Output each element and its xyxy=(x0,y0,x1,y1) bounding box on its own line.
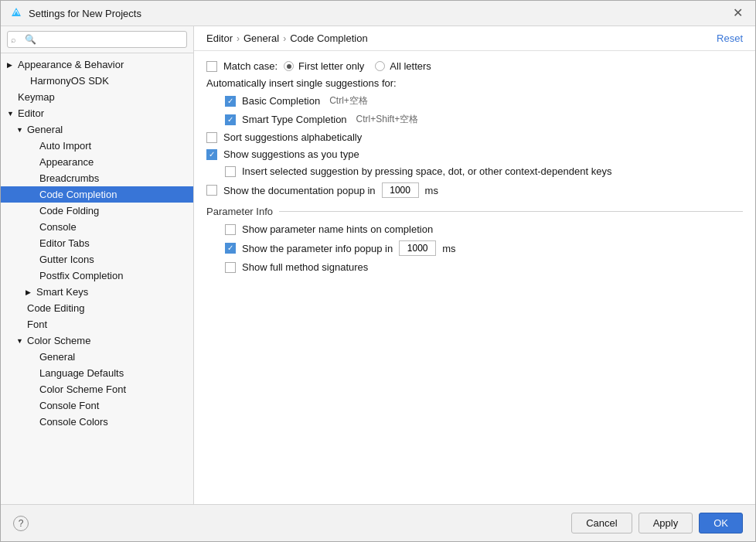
show-param-popup-checkbox[interactable] xyxy=(225,243,236,254)
basic-completion-row: Basic Completion Ctrl+空格 xyxy=(225,94,743,107)
doc-popup-ms-label: ms xyxy=(425,185,438,196)
breadcrumb-sep-1: › xyxy=(237,33,240,44)
settings-dialog: Settings for New Projects ✕ ⌕ ▶ Appearan… xyxy=(0,0,756,542)
param-popup-ms-input[interactable] xyxy=(399,240,436,256)
show-full-sig-label: Show full method signatures xyxy=(242,261,368,273)
param-info-section: Parameter Info xyxy=(206,206,743,217)
show-param-hints-checkbox[interactable] xyxy=(225,224,236,235)
all-letters-radio[interactable] xyxy=(375,61,385,71)
ok-button[interactable]: OK xyxy=(699,513,743,533)
reset-link[interactable]: Reset xyxy=(717,32,743,44)
show-full-sig-checkbox[interactable] xyxy=(225,262,236,273)
arrow-icon: ▼ xyxy=(16,126,24,134)
sidebar-item-color-scheme-font[interactable]: Color Scheme Font xyxy=(1,381,193,397)
arrow-icon: ▶ xyxy=(7,61,15,69)
first-letter-radio[interactable] xyxy=(284,61,294,71)
param-info-label: Parameter Info xyxy=(206,206,273,217)
insert-suggestion-row: Insert selected suggestion by pressing s… xyxy=(225,165,743,177)
show-param-popup-label: Show the parameter info popup in xyxy=(242,243,393,254)
search-bar: ⌕ xyxy=(1,26,193,53)
basic-completion-checkbox[interactable] xyxy=(225,96,236,107)
first-letter-label: First letter only xyxy=(298,60,364,72)
show-doc-popup-checkbox[interactable] xyxy=(206,185,217,196)
sidebar-item-code-editing[interactable]: Code Editing xyxy=(1,300,193,316)
panel-content: Match case: First letter only All letter… xyxy=(194,51,755,504)
show-suggestions-checkbox[interactable] xyxy=(206,149,217,160)
basic-completion-label: Basic Completion xyxy=(242,95,320,107)
close-button[interactable]: ✕ xyxy=(730,5,746,21)
show-doc-popup-label: Show the documentation popup in xyxy=(223,185,376,196)
footer: ? Cancel Apply OK xyxy=(1,504,755,541)
sidebar-item-console-font[interactable]: Console Font xyxy=(1,397,193,414)
right-panel: Editor › General › Code Completion Reset… xyxy=(194,26,755,504)
smart-type-checkbox[interactable] xyxy=(225,114,236,125)
sidebar-item-code-completion[interactable]: Code Completion xyxy=(1,186,193,203)
smart-type-shortcut: Ctrl+Shift+空格 xyxy=(356,113,419,126)
breadcrumb: Editor › General › Code Completion xyxy=(206,32,368,44)
sidebar-item-console-colors[interactable]: Console Colors xyxy=(1,414,193,430)
sidebar-item-language-defaults[interactable]: Language Defaults xyxy=(1,365,193,381)
sidebar-item-general[interactable]: ▼ General xyxy=(1,121,193,138)
sidebar-item-editor-tabs[interactable]: Editor Tabs xyxy=(1,235,193,251)
main-content: ⌕ ▶ Appearance & Behavior HarmonyOS SDK xyxy=(1,26,755,504)
arrow-icon: ▶ xyxy=(26,288,33,296)
sidebar-item-font[interactable]: Font xyxy=(1,316,193,332)
sidebar-item-gutter-icons[interactable]: Gutter Icons xyxy=(1,251,193,268)
app-logo-icon xyxy=(10,7,22,19)
breadcrumb-bar: Editor › General › Code Completion Reset xyxy=(194,26,755,51)
sidebar-item-auto-import[interactable]: Auto Import xyxy=(1,138,193,154)
match-case-checkbox[interactable] xyxy=(206,61,217,72)
sidebar-item-harmonios-sdk[interactable]: HarmonyOS SDK xyxy=(1,73,193,89)
sidebar: ⌕ ▶ Appearance & Behavior HarmonyOS SDK xyxy=(1,26,194,504)
cancel-button[interactable]: Cancel xyxy=(571,513,632,533)
sort-alpha-label: Sort suggestions alphabetically xyxy=(223,131,362,143)
arrow-icon: ▼ xyxy=(16,337,24,345)
insert-suggestion-checkbox[interactable] xyxy=(225,166,236,177)
section-divider-line xyxy=(279,211,743,212)
title-bar-left: Settings for New Projects xyxy=(10,7,141,19)
sidebar-item-editor[interactable]: ▼ Editor xyxy=(1,105,193,121)
radio-group-match: First letter only All letters xyxy=(284,60,431,72)
sort-alpha-row: Sort suggestions alphabetically xyxy=(206,131,743,143)
match-case-label: Match case: xyxy=(223,60,278,72)
window-title: Settings for New Projects xyxy=(29,8,141,19)
breadcrumb-sep-2: › xyxy=(283,33,286,44)
sidebar-item-smart-keys[interactable]: ▶ Smart Keys xyxy=(1,284,193,300)
show-full-sig-row: Show full method signatures xyxy=(225,261,743,273)
param-popup-ms-label: ms xyxy=(442,243,455,254)
sidebar-item-color-scheme[interactable]: ▼ Color Scheme xyxy=(1,332,193,349)
basic-completion-shortcut: Ctrl+空格 xyxy=(329,94,368,107)
match-case-row: Match case: First letter only All letter… xyxy=(206,60,743,72)
sidebar-item-console[interactable]: Console xyxy=(1,219,193,235)
all-letters-label: All letters xyxy=(390,60,431,72)
arrow-icon: ▼ xyxy=(7,110,15,118)
sidebar-item-appearance-behavior[interactable]: ▶ Appearance & Behavior xyxy=(1,56,193,73)
search-input[interactable] xyxy=(7,31,187,48)
sidebar-item-general-cs[interactable]: General xyxy=(1,349,193,365)
show-suggestions-label: Show suggestions as you type xyxy=(223,148,359,160)
search-icon: ⌕ xyxy=(11,35,16,44)
breadcrumb-editor: Editor xyxy=(206,32,233,44)
show-param-popup-row: Show the parameter info popup in ms xyxy=(225,240,743,256)
sort-alpha-checkbox[interactable] xyxy=(206,132,217,143)
sidebar-item-keymap[interactable]: Keymap xyxy=(1,89,193,105)
footer-buttons: Cancel Apply OK xyxy=(571,513,743,533)
sidebar-item-breadcrumbs[interactable]: Breadcrumbs xyxy=(1,170,193,186)
smart-type-label: Smart Type Completion xyxy=(242,114,347,125)
doc-popup-ms-input[interactable] xyxy=(382,182,419,198)
show-param-hints-label: Show parameter name hints on completion xyxy=(242,223,433,235)
nav-tree: ▶ Appearance & Behavior HarmonyOS SDK Ke… xyxy=(1,53,193,504)
sidebar-item-code-folding[interactable]: Code Folding xyxy=(1,203,193,219)
breadcrumb-general: General xyxy=(243,32,279,44)
show-doc-popup-row: Show the documentation popup in ms xyxy=(206,182,743,198)
smart-type-row: Smart Type Completion Ctrl+Shift+空格 xyxy=(225,113,743,126)
breadcrumb-code-completion: Code Completion xyxy=(290,32,367,44)
title-bar: Settings for New Projects ✕ xyxy=(1,1,755,26)
sidebar-item-postfix-completion[interactable]: Postfix Completion xyxy=(1,268,193,284)
apply-button[interactable]: Apply xyxy=(639,513,693,533)
help-button[interactable]: ? xyxy=(13,516,29,531)
show-suggestions-row: Show suggestions as you type xyxy=(206,148,743,160)
show-param-hints-row: Show parameter name hints on completion xyxy=(225,223,743,235)
search-wrapper: ⌕ xyxy=(7,31,187,48)
sidebar-item-appearance[interactable]: Appearance xyxy=(1,154,193,170)
